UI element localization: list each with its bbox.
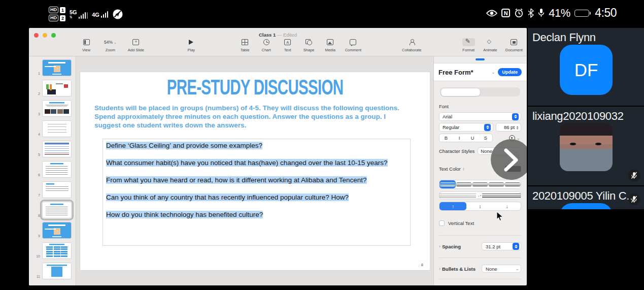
question-paragraph[interactable]: Can you think of any country that has re… <box>106 193 407 202</box>
toolbar-button[interactable]: View <box>80 38 93 52</box>
selected-text: Define ‘Glass Ceiling’ and provide some … <box>106 142 262 149</box>
document-name: Class 1 <box>259 32 276 38</box>
slide-canvas[interactable]: PRE-STUDY DISCUSSION Students will be pl… <box>76 56 433 285</box>
update-style-button[interactable]: Update <box>498 68 522 76</box>
slide-thumbnail[interactable] <box>42 120 72 137</box>
align-center-button[interactable] <box>456 180 472 188</box>
participant-avatar: DF <box>560 45 613 95</box>
disclosure-icon[interactable]: › <box>439 244 440 249</box>
bullets-select[interactable]: None ⌄ <box>482 265 521 273</box>
slide-thumbnail[interactable] <box>42 263 72 279</box>
inspector-tab[interactable] <box>476 58 485 60</box>
toolbar-button[interactable]: 54%Zoom <box>101 38 120 52</box>
slide-thumbnail-row[interactable]: 3 <box>31 100 76 117</box>
text-inset-button[interactable] <box>504 180 521 188</box>
toolbar-group-view: View54%ZoomAdd Slide <box>80 38 144 52</box>
slide-thumbnail-row[interactable]: 9 <box>31 222 76 239</box>
slide-thumbnail-row[interactable]: 7 <box>31 181 76 198</box>
slide-thumbnail-art <box>43 80 71 96</box>
toolbar-button[interactable]: Comment <box>345 38 362 52</box>
slide-thumbnail[interactable] <box>42 141 72 157</box>
question-paragraph[interactable]: How do you think technology has benefite… <box>106 210 407 219</box>
participant-tile[interactable]: Declan Flynn DF <box>528 28 644 107</box>
indent-button[interactable]: • <box>480 192 521 199</box>
questions-text-box[interactable]: Define ‘Glass Ceiling’ and provide some … <box>103 139 411 246</box>
slide-intro-text[interactable]: Students will be placed in groups (numbe… <box>94 104 408 130</box>
slide-thumbnail-row[interactable]: 5 <box>31 141 76 157</box>
question-paragraph[interactable]: From what you have heard or read, how is… <box>106 176 407 184</box>
chevron-right-icon <box>504 148 519 172</box>
slide-number: 3 <box>31 112 40 117</box>
outdent-button[interactable]: ⌄ <box>439 192 480 199</box>
sim2-signal: 4G <box>92 11 108 18</box>
participants-strip[interactable]: Declan Flynn DF lixiang2020109032 <box>528 28 644 290</box>
stepper-icon[interactable] <box>513 243 519 250</box>
slide-thumbnail-row[interactable]: 8 <box>31 202 76 218</box>
slide-thumbnail-row[interactable]: 10 <box>31 242 76 259</box>
slide-thumbnail[interactable] <box>42 242 72 259</box>
participant-tile[interactable]: lixiang2020109032 <box>528 107 644 186</box>
next-page-overlay-button[interactable] <box>491 139 527 180</box>
toolbar-button[interactable]: Collaborate <box>402 38 421 52</box>
align-middle-button[interactable]: ↕ <box>466 202 493 210</box>
toolbar-button[interactable]: Document <box>505 38 523 52</box>
toolbar-button[interactable]: Media <box>324 38 337 52</box>
participant-tile[interactable]: 2020109005 Yilin C... en <box>528 186 644 209</box>
selected-text: Can you think of any country that has re… <box>106 194 349 201</box>
toolbar-button[interactable]: Text <box>281 38 294 52</box>
toolbar-button[interactable]: Add Slide <box>128 38 144 52</box>
slide-thumbnail-row[interactable]: 1 <box>31 59 76 76</box>
slide-thumbnail[interactable] <box>42 100 72 117</box>
align-left-button[interactable] <box>439 180 456 188</box>
current-slide[interactable]: PRE-STUDY DISCUSSION Students will be pl… <box>80 72 430 270</box>
slide-thumbnail[interactable] <box>42 161 72 178</box>
slide-thumbnail[interactable] <box>42 202 72 218</box>
stepper-icon[interactable] <box>484 124 491 131</box>
text-style-button[interactable]: U <box>466 134 479 142</box>
slide-number: 10 <box>31 254 40 259</box>
slide-thumbnail[interactable] <box>42 181 72 198</box>
align-bottom-button[interactable]: ↓ <box>494 202 521 210</box>
text-style-button[interactable]: I <box>453 134 466 142</box>
inspector-tab[interactable] <box>503 58 513 60</box>
font-section-label: Font <box>439 104 521 109</box>
inspector-tab[interactable] <box>448 58 457 60</box>
segment-option[interactable] <box>441 88 481 96</box>
slide-thumbnail[interactable] <box>42 80 72 96</box>
font-weight-select[interactable]: Regular <box>439 123 493 132</box>
segment-option[interactable] <box>480 88 520 96</box>
paragraph-style-preset[interactable]: Free Form* ⌄ Update <box>434 63 526 81</box>
size-arrows-icon[interactable]: ▲▼ <box>516 125 519 130</box>
align-justify-button[interactable] <box>488 180 504 188</box>
font-family-select[interactable]: Arial <box>439 112 521 121</box>
toolbar-button[interactable]: Shape <box>302 38 316 52</box>
disclosure-icon[interactable]: › <box>439 266 440 271</box>
toolbar-button[interactable]: Table <box>239 38 252 52</box>
participant-tile[interactable]: Yang Ruyu2020109... <box>528 209 644 210</box>
text-style-button[interactable]: B <box>439 134 453 142</box>
question-paragraph[interactable]: Define ‘Glass Ceiling’ and provide some … <box>106 141 407 150</box>
participant-name: 2020109005 Yilin C... <box>532 189 635 203</box>
slide-thumbnail[interactable] <box>42 222 72 239</box>
align-right-button[interactable] <box>472 180 488 188</box>
toolbar-button[interactable]: Format <box>462 38 475 52</box>
toolbar-button[interactable]: Chart <box>260 38 273 52</box>
slide-thumbnail-row[interactable]: 11 <box>31 263 76 279</box>
slide-title[interactable]: PRE-STUDY DISCUSSION <box>129 75 381 100</box>
slide-thumbnail-row[interactable]: 4 <box>31 120 76 137</box>
slide-thumbnail-row[interactable]: 6 <box>31 161 76 178</box>
slide-navigator[interactable]: 1 2 3 4 5 6 <box>29 56 76 285</box>
question-paragraph[interactable]: What consumer habit(s) have you noticed … <box>106 158 407 167</box>
toolbar-button[interactable]: Play <box>185 38 198 52</box>
toolbar-button[interactable]: Animate <box>483 38 497 52</box>
font-size-stepper[interactable]: 86 pt ▲▼ <box>496 123 521 132</box>
spacing-select[interactable]: 31.2 pt <box>482 242 521 250</box>
stepper-icon[interactable] <box>512 113 519 120</box>
align-top-button[interactable]: ↑ <box>439 202 466 210</box>
slide-thumbnail-row[interactable]: 2 <box>31 80 76 96</box>
slide-thumbnail[interactable] <box>42 59 72 76</box>
zoom-value[interactable]: 54% <box>104 40 117 45</box>
text-style-button[interactable]: S <box>479 134 492 142</box>
signal-bars-icon <box>101 11 109 18</box>
vertical-text-checkbox[interactable] <box>439 220 445 226</box>
